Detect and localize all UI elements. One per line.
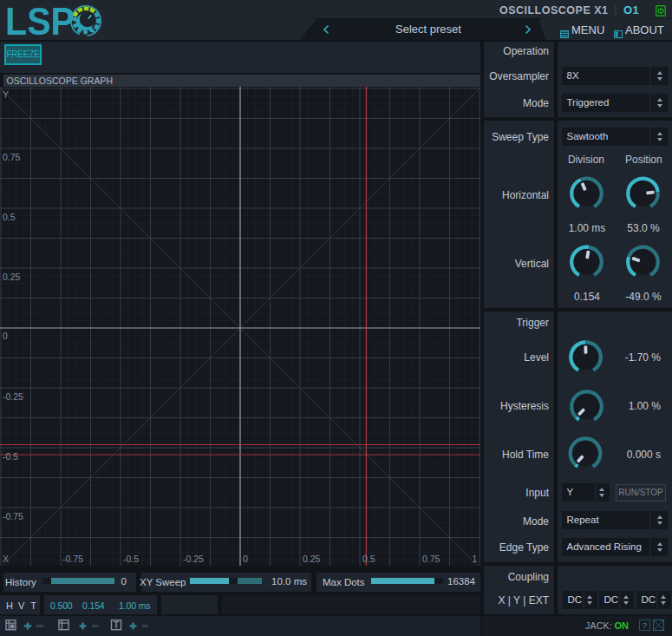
svg-text:X: X [3, 554, 9, 564]
svg-text:-0.5: -0.5 [3, 451, 18, 462]
svg-text:0.75: 0.75 [422, 554, 440, 564]
svg-text:-0.5: -0.5 [123, 554, 139, 564]
svg-text:T: T [114, 620, 119, 630]
svg-text:0.75: 0.75 [3, 152, 21, 162]
svg-text:?: ? [643, 620, 647, 630]
svg-text:0.25: 0.25 [303, 554, 321, 564]
svg-text:-0.75: -0.75 [62, 554, 83, 564]
svg-text:0.5: 0.5 [3, 212, 16, 222]
svg-text:-0.25: -0.25 [3, 391, 23, 402]
svg-text:1: 1 [473, 554, 478, 564]
svg-text:0.25: 0.25 [3, 272, 21, 282]
svg-text:LSP: LSP [5, 3, 75, 37]
svg-text:-0.75: -0.75 [3, 511, 23, 521]
svg-text:Y: Y [3, 89, 9, 100]
svg-text:0: 0 [243, 554, 248, 564]
svg-text:0: 0 [3, 331, 8, 341]
svg-text:-0.25: -0.25 [183, 554, 204, 564]
svg-text:0.5: 0.5 [362, 554, 375, 564]
